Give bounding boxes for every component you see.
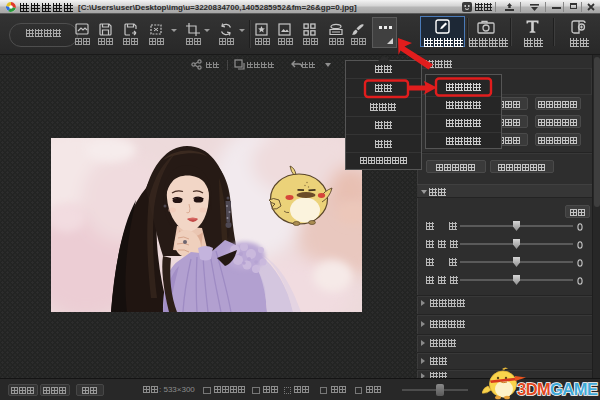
svg-text:3DM: 3DM <box>517 380 550 398</box>
svg-text:GAME: GAME <box>550 380 598 398</box>
